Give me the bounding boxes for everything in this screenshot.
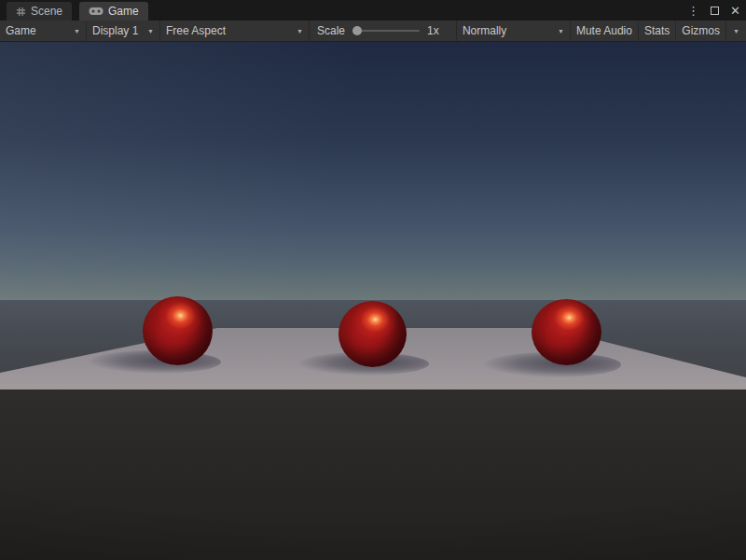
play-focus-dropdown[interactable]: Normally ▼ [456, 20, 570, 41]
play-focus-label: Normally [463, 24, 506, 37]
scale-slider-track[interactable] [352, 30, 420, 32]
aspect-ratio-dropdown[interactable]: Free Aspect ▼ [160, 20, 310, 41]
window-controls: ⋮ ✕ [687, 0, 740, 20]
stats-button[interactable]: Stats [638, 20, 675, 41]
scale-slider-handle[interactable] [352, 26, 362, 35]
display-label: Display 1 [92, 24, 138, 37]
scale-label: Scale [317, 24, 345, 37]
chevron-down-icon: ▼ [733, 28, 739, 34]
chevron-down-icon: ▼ [74, 28, 80, 34]
tab-game-label: Game [108, 5, 139, 18]
gizmos-button[interactable]: Gizmos [675, 20, 725, 41]
grid-icon [16, 7, 26, 17]
tab-scene[interactable]: Scene [7, 2, 72, 20]
game-view-mode-label: Game [6, 24, 36, 37]
chevron-down-icon: ▼ [558, 28, 564, 34]
unity-game-view-window: Scene Game ⋮ ✕ Game ▼ Display 1 ▼ [0, 0, 746, 560]
aspect-ratio-label: Free Aspect [166, 24, 226, 37]
sky-gradient [0, 42, 746, 300]
foreground-ground [0, 389, 746, 560]
game-viewport[interactable] [0, 42, 746, 560]
display-dropdown[interactable]: Display 1 ▼ [87, 20, 160, 41]
mute-audio-label: Mute Audio [576, 24, 632, 37]
game-view-toolbar: Game ▼ Display 1 ▼ Free Aspect ▼ Scale 1… [0, 20, 746, 42]
tab-scene-label: Scene [31, 5, 62, 18]
game-view-mode-dropdown[interactable]: Game ▼ [0, 20, 87, 41]
chevron-down-icon: ▼ [297, 28, 303, 34]
scale-control: Scale 1x [310, 20, 447, 41]
gamepad-icon [89, 7, 104, 16]
red-sphere-right [532, 299, 601, 365]
red-sphere-middle [338, 301, 407, 367]
tab-bar: Scene Game ⋮ ✕ [0, 0, 746, 20]
gizmos-dropdown-button[interactable]: ▼ [725, 20, 746, 41]
mute-audio-button[interactable]: Mute Audio [570, 20, 638, 41]
scale-value: 1x [427, 24, 439, 37]
tab-game[interactable]: Game [79, 2, 148, 20]
close-icon[interactable]: ✕ [730, 5, 740, 17]
red-sphere-left [143, 296, 213, 365]
toolbar-right-group: Normally ▼ Mute Audio Stats Gizmos ▼ [456, 20, 746, 41]
gizmos-label: Gizmos [682, 24, 720, 37]
more-options-icon[interactable]: ⋮ [687, 5, 699, 17]
maximize-icon[interactable] [711, 7, 719, 15]
scale-slider[interactable] [352, 25, 420, 36]
chevron-down-icon: ▼ [147, 28, 154, 34]
stats-label: Stats [644, 24, 670, 37]
